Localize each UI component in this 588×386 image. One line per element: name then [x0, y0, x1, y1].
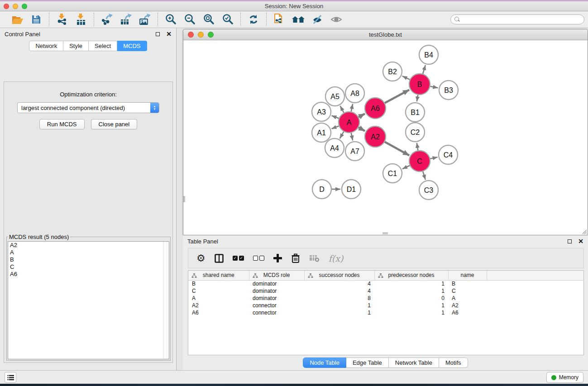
- node-A7[interactable]: A7: [345, 142, 364, 161]
- table-cell[interactable]: B: [448, 280, 487, 287]
- resize-grip-icon[interactable]: [582, 229, 587, 234]
- vertical-scroll-stub[interactable]: [183, 196, 185, 202]
- mcds-result-item[interactable]: A2: [8, 242, 169, 249]
- deselect-all-button[interactable]: [253, 252, 264, 265]
- node-B1[interactable]: B1: [406, 103, 425, 122]
- tab-edge-table[interactable]: Edge Table: [346, 357, 389, 368]
- node-D1[interactable]: D1: [342, 180, 361, 199]
- node-B2[interactable]: B2: [383, 62, 402, 81]
- maximize-window-icon[interactable]: [22, 4, 27, 9]
- table-cell[interactable]: A: [188, 295, 249, 302]
- table-cell[interactable]: 0: [374, 295, 448, 302]
- home-overview-button[interactable]: [290, 13, 306, 26]
- edge-A-A6[interactable]: [359, 114, 365, 117]
- node-A3[interactable]: A3: [312, 102, 331, 121]
- close-panel-icon[interactable]: ✕: [166, 32, 172, 36]
- table-cell[interactable]: connector: [249, 302, 304, 309]
- node-C1[interactable]: C1: [383, 164, 402, 183]
- minimize-window-icon[interactable]: [13, 4, 18, 9]
- column-header-name[interactable]: name: [448, 271, 487, 280]
- table-cell[interactable]: 1: [304, 309, 374, 316]
- edge-A-A7[interactable]: [351, 133, 353, 141]
- node-A6[interactable]: A6: [365, 98, 386, 119]
- edge-C-C4[interactable]: [430, 157, 437, 159]
- edge-A2-C[interactable]: [385, 142, 409, 156]
- import-network-button[interactable]: [54, 13, 70, 26]
- memory-button[interactable]: Memory: [546, 372, 583, 383]
- mcds-result-item[interactable]: C: [8, 263, 169, 271]
- table-row[interactable]: Adominator80A: [188, 295, 584, 302]
- node-C3[interactable]: C3: [419, 181, 438, 200]
- tab-network[interactable]: Network: [29, 41, 63, 51]
- add-column-button[interactable]: [273, 252, 282, 265]
- table-row[interactable]: A2connector11A2: [188, 302, 584, 309]
- table-settings-button[interactable]: ⚙: [196, 252, 206, 265]
- close-network-icon[interactable]: [188, 32, 194, 38]
- float-panel-icon[interactable]: [568, 239, 572, 243]
- node-A4[interactable]: A4: [325, 138, 344, 157]
- export-image-button[interactable]: [137, 13, 153, 26]
- mcds-result-item[interactable]: A: [8, 249, 169, 256]
- table-cell[interactable]: 1: [374, 302, 448, 309]
- node-A1[interactable]: A1: [312, 123, 331, 142]
- network-canvas[interactable]: B4B2BB3A5A8A6A3B1AA1C2A2A4A7CC4C1C3DD1: [183, 40, 588, 235]
- maximize-network-icon[interactable]: [208, 32, 214, 38]
- edge-C-C3[interactable]: [423, 172, 425, 180]
- save-session-button[interactable]: [28, 13, 44, 26]
- export-network-button[interactable]: [99, 13, 115, 26]
- node-B3[interactable]: B3: [439, 81, 458, 100]
- close-panel-icon[interactable]: ✕: [578, 239, 583, 243]
- mcds-list-scrollbar[interactable]: [163, 242, 169, 359]
- edge-A-A8[interactable]: [351, 104, 353, 112]
- column-header-MCDS-role[interactable]: MCDS role: [249, 271, 304, 280]
- table-cell[interactable]: B: [188, 280, 249, 287]
- edge-A6-B[interactable]: [385, 90, 409, 103]
- table-cell[interactable]: 1: [304, 302, 374, 309]
- refresh-layout-button[interactable]: [245, 13, 262, 26]
- node-table[interactable]: shared nameMCDS rolesuccessor nodesprede…: [188, 270, 584, 355]
- table-cell[interactable]: dominator: [249, 295, 304, 302]
- column-header-shared-name[interactable]: shared name: [188, 271, 249, 280]
- node-B4[interactable]: B4: [419, 45, 438, 64]
- edge-B-B4[interactable]: [423, 65, 425, 74]
- node-B[interactable]: B: [409, 74, 430, 95]
- delete-table-button[interactable]: [309, 252, 320, 265]
- main-titlebar[interactable]: Session: New Session: [0, 1, 588, 11]
- tab-style[interactable]: Style: [63, 41, 89, 51]
- edge-A-A1[interactable]: [332, 126, 339, 129]
- zoom-in-button[interactable]: [163, 13, 179, 26]
- edge-A-A5[interactable]: [340, 106, 344, 113]
- table-row[interactable]: Bdominator41B: [188, 280, 584, 287]
- table-cell[interactable]: dominator: [249, 287, 304, 295]
- graphics-details-button[interactable]: [309, 13, 325, 26]
- table-cell[interactable]: 1: [374, 309, 448, 316]
- search-box[interactable]: [450, 14, 584, 24]
- run-mcds-button[interactable]: Run MCDS: [39, 119, 85, 129]
- node-D[interactable]: D: [312, 180, 331, 199]
- edge-C-C1[interactable]: [402, 166, 410, 169]
- open-session-button[interactable]: [9, 13, 25, 26]
- delete-column-button[interactable]: [291, 252, 300, 265]
- tab-node-table[interactable]: Node Table: [303, 357, 346, 368]
- node-A8[interactable]: A8: [345, 84, 364, 103]
- export-table-button[interactable]: [118, 13, 134, 26]
- table-cell[interactable]: A6: [188, 309, 249, 316]
- edge-A-A3[interactable]: [332, 116, 339, 119]
- edge-A-A4[interactable]: [340, 132, 344, 138]
- tab-mcds[interactable]: MCDS: [117, 41, 147, 51]
- table-cell[interactable]: C: [448, 287, 487, 295]
- close-window-icon[interactable]: [4, 4, 9, 9]
- table-cell[interactable]: 8: [304, 295, 374, 302]
- table-cell[interactable]: A6: [448, 309, 487, 316]
- table-cell[interactable]: A2: [188, 302, 249, 309]
- criterion-dropdown[interactable]: largest connected component (directed) ▲…: [17, 102, 159, 113]
- node-A[interactable]: A: [339, 112, 359, 133]
- tab-network-table[interactable]: Network Table: [389, 357, 439, 368]
- dropdown-stepper-icon[interactable]: ▲▼: [150, 102, 159, 113]
- table-cell[interactable]: C: [188, 287, 249, 295]
- node-C[interactable]: C: [409, 151, 430, 172]
- import-table-button[interactable]: [73, 13, 89, 26]
- zoom-selected-button[interactable]: [220, 13, 236, 26]
- select-all-button[interactable]: ✓✓: [233, 252, 244, 265]
- horizontal-scroll-stub[interactable]: [382, 232, 388, 234]
